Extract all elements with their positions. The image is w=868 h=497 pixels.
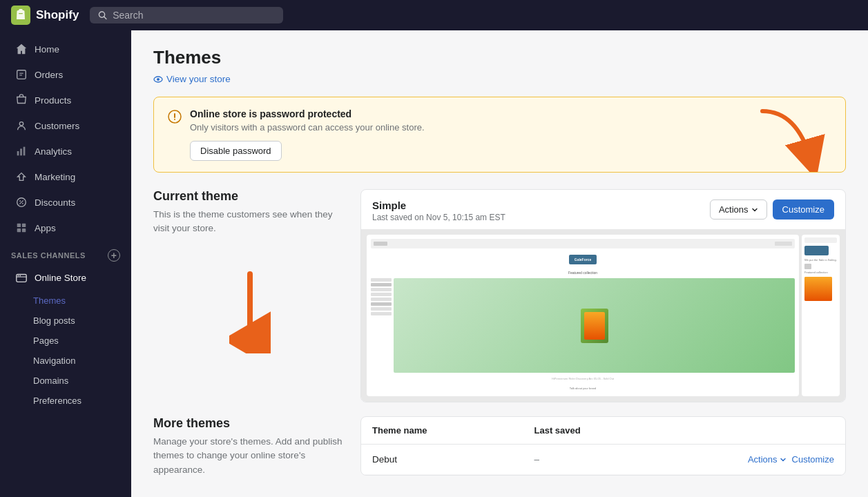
banner-title: Online store is password protected [190,108,425,119]
current-theme-title: Current theme [153,189,347,204]
home-icon [15,43,28,55]
products-icon [15,94,28,106]
more-themes-desc: More themes Manage your store's themes. … [153,416,347,477]
discounts-icon [15,196,28,208]
row-last-saved: – [534,454,697,465]
orange-arrow-top-right-annotation [742,104,831,173]
banner-description: Only visitors with a password can access… [190,122,425,133]
theme-card-info: Simple Last saved on Nov 5, 10:15 am EST [372,199,505,222]
svg-rect-16 [22,224,26,227]
svg-point-24 [157,78,160,81]
col-name-header: Theme name [372,425,534,436]
sidebar-item-apps[interactable]: Apps [4,215,127,240]
svg-rect-17 [17,228,21,232]
warning-icon [168,110,182,127]
shopify-bag-icon [11,6,30,25]
view-store-link[interactable]: View your store [153,74,846,84]
col-actions-header [696,425,834,436]
chevron-down-icon [751,206,758,213]
topbar: shopify [0,0,868,30]
more-themes-title: More themes [153,416,347,431]
shopify-logo: shopify [11,6,79,25]
sidebar: Home Orders Products Customers Analytics… [0,30,131,497]
add-sales-channel-button[interactable]: + [108,249,120,262]
sidebar-subitem-navigation[interactable]: Navigation [4,351,127,371]
svg-line-3 [104,17,106,19]
chevron-down-small-icon [780,456,787,463]
more-themes-header: More themes Manage your store's themes. … [153,416,846,477]
sidebar-item-analytics[interactable]: Analytics [4,139,127,164]
sidebar-label-apps: Apps [35,223,56,233]
brand-name: shopify [36,8,79,22]
sidebar-label-analytics: Analytics [35,146,72,157]
sidebar-item-products[interactable]: Products [4,88,127,113]
orange-arrow-down-annotation [229,271,271,353]
sidebar-subitem-pages[interactable]: Pages [4,331,127,351]
password-banner: Online store is password protected Only … [153,97,846,173]
table-customize-button[interactable]: Customize [792,454,834,465]
sidebar-item-online-store[interactable]: Online Store [4,265,127,290]
search-input[interactable] [113,10,275,21]
theme-card-actions: Actions Customize [710,199,834,220]
sidebar-item-discounts[interactable]: Discounts [4,190,127,215]
marketing-icon [15,170,28,183]
row-actions: Actions Customize [696,454,834,465]
more-themes-section: More themes Manage your store's themes. … [153,416,846,477]
svg-rect-18 [22,228,26,232]
svg-point-7 [19,122,23,126]
search-bar[interactable] [90,7,283,23]
theme-card: Simple Last saved on Nov 5, 10:15 am EST… [360,189,846,402]
actions-button[interactable]: Actions [710,199,767,220]
sidebar-item-orders[interactable]: Orders [4,62,127,87]
main-layout: Home Orders Products Customers Analytics… [0,30,868,497]
current-theme-desc: This is the theme customers see when the… [153,208,347,236]
view-store-label: View your store [166,74,231,84]
sidebar-subitem-domains[interactable]: Domains [4,371,127,391]
sales-channels-label: Sales Channels [11,251,86,260]
more-themes-description: Manage your store's themes. Add and publ… [153,435,347,477]
customize-button[interactable]: Customize [773,199,834,220]
sidebar-subitem-blog-posts[interactable]: Blog posts [4,311,127,331]
theme-preview-image: GaleForce Featured collection [361,229,845,402]
svg-point-21 [19,275,21,276]
sidebar-label-customers: Customers [35,121,79,131]
apps-icon [15,222,28,234]
orders-icon [15,68,28,81]
sidebar-item-marketing[interactable]: Marketing [4,164,127,189]
svg-rect-9 [20,148,22,155]
sidebar-label-products: Products [35,95,71,106]
row-theme-name: Debut [372,454,534,465]
table-actions-button[interactable]: Actions [748,454,787,465]
sidebar-subitem-themes[interactable]: Themes [4,291,127,311]
svg-rect-15 [17,224,21,227]
banner-text: Online store is password protected Only … [190,108,425,161]
current-theme-section: Current theme This is the theme customer… [153,189,846,402]
analytics-icon [15,145,28,157]
svg-rect-1 [19,13,23,14]
page-title: Themes [153,47,846,68]
online-store-label: Online Store [35,273,86,283]
themes-table-col: Theme name Last saved Debut – Actions [360,416,846,477]
sales-channels-section: Sales Channels + [0,241,131,264]
sidebar-item-home[interactable]: Home [4,37,127,61]
eye-icon [153,75,163,84]
sidebar-subitem-preferences[interactable]: Preferences [4,391,127,411]
col-saved-header: Last saved [534,425,697,436]
current-theme-col: Current theme This is the theme customer… [153,189,347,402]
theme-last-saved: Last saved on Nov 5, 10:15 am EST [372,213,505,222]
sidebar-item-customers[interactable]: Customers [4,113,127,138]
sidebar-label-marketing: Marketing [35,172,75,182]
mock-featured-label: Featured collection [371,271,795,275]
themes-table-header: Theme name Last saved [361,417,845,445]
customers-icon [15,119,28,132]
svg-point-13 [19,200,21,202]
sidebar-label-home: Home [35,44,59,55]
svg-rect-10 [23,147,26,156]
sidebar-label-orders: Orders [35,70,63,80]
sidebar-label-discounts: Discounts [35,197,75,208]
disable-password-button[interactable]: Disable password [190,141,282,161]
svg-point-20 [18,275,19,276]
table-row: Debut – Actions Customize [361,445,845,475]
svg-rect-8 [17,151,19,155]
online-store-icon [15,271,28,284]
